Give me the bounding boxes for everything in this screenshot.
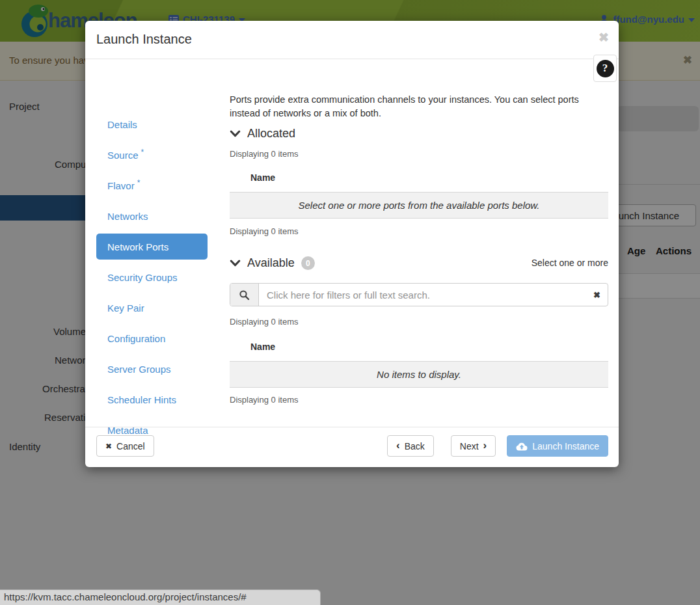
wizard-step-network-ports[interactable]: Network Ports: [96, 234, 208, 260]
wizard-step-security-groups[interactable]: Security Groups: [96, 264, 208, 290]
wizard-step-details[interactable]: Details: [96, 111, 208, 137]
modal-footer: ✖ Cancel ‹ Back Next › Launch Instance: [85, 427, 619, 467]
wizard-step-scheduler-hints[interactable]: Scheduler Hints: [96, 386, 208, 412]
allocated-title: Allocated: [247, 127, 295, 141]
available-column-name: Name: [230, 327, 608, 361]
available-empty-row: No items to display.: [230, 361, 608, 388]
wizard-nav: Details Source* Flavor* Networks Network…: [96, 111, 208, 448]
modal-header: Launch Instance ✖: [85, 21, 619, 59]
available-count-bottom: Displaying 0 items: [230, 395, 608, 405]
cloud-upload-icon: [516, 442, 528, 451]
search-icon: [239, 289, 250, 301]
step-description: Ports provide extra communication channe…: [230, 93, 597, 120]
available-section-header: Available 0 Select one or more: [230, 256, 608, 270]
allocated-column-name: Name: [230, 159, 608, 192]
wizard-step-networks[interactable]: Networks: [96, 203, 208, 229]
x-icon: ✖: [105, 442, 112, 451]
allocated-empty-row: Select one or more ports from the availa…: [230, 192, 608, 219]
next-button[interactable]: Next ›: [451, 435, 496, 457]
chevron-down-icon[interactable]: [230, 258, 241, 269]
allocated-count-bottom: Displaying 0 items: [230, 226, 608, 236]
launch-instance-button[interactable]: Launch Instance: [507, 435, 608, 457]
allocated-count-top: Displaying 0 items: [230, 149, 608, 159]
cancel-button[interactable]: ✖ Cancel: [96, 435, 154, 457]
select-hint: Select one or more: [532, 258, 608, 270]
available-table: Name No items to display.: [230, 327, 608, 388]
question-circle-icon: ?: [597, 60, 614, 77]
wizard-step-configuration[interactable]: Configuration: [96, 325, 208, 351]
search-input[interactable]: [259, 284, 608, 306]
wizard-step-key-pair[interactable]: Key Pair: [96, 295, 208, 321]
available-title: Available: [247, 256, 295, 270]
required-marker: *: [141, 148, 144, 157]
launch-instance-modal: Launch Instance ✖ ? Details Source* Flav…: [85, 21, 619, 467]
allocated-section-header: Allocated: [230, 127, 608, 141]
modal-close-icon[interactable]: ✖: [599, 30, 609, 45]
wizard-step-content: Ports provide extra communication channe…: [230, 93, 608, 405]
chevron-right-icon: ›: [483, 440, 487, 451]
wizard-step-flavor[interactable]: Flavor*: [96, 172, 208, 198]
chevron-down-icon[interactable]: [230, 128, 241, 139]
search-clear-icon[interactable]: ✖: [593, 290, 600, 300]
wizard-step-source[interactable]: Source*: [96, 142, 208, 168]
allocated-table: Name Select one or more ports from the a…: [230, 159, 608, 219]
available-count-badge: 0: [301, 256, 315, 270]
available-count-top: Displaying 0 items: [230, 317, 608, 327]
available-search-bar: ✖: [230, 283, 608, 306]
browser-status-bar: https://kvm.tacc.chameleoncloud.org/proj…: [0, 589, 321, 605]
modal-title: Launch Instance: [96, 32, 192, 47]
chevron-left-icon: ‹: [396, 440, 400, 451]
wizard-step-server-groups[interactable]: Server Groups: [96, 356, 208, 382]
required-marker: *: [137, 178, 141, 187]
help-button[interactable]: ?: [593, 55, 617, 82]
search-button[interactable]: [230, 284, 259, 306]
back-button[interactable]: ‹ Back: [387, 435, 434, 457]
